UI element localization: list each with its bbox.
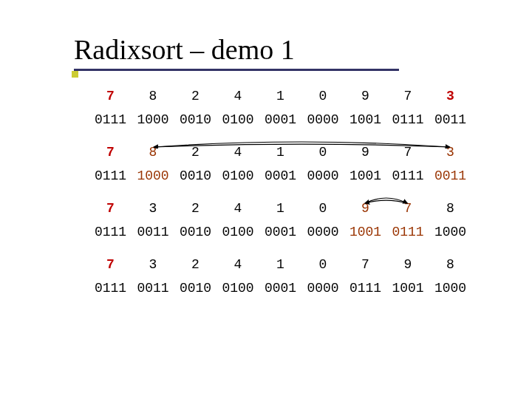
- cell: 0111: [388, 169, 429, 183]
- cell: 3: [430, 146, 471, 159]
- cell: 0001: [260, 282, 301, 295]
- table-row: 011100110010010000010000011110011000: [90, 282, 471, 295]
- cell: 0000: [303, 282, 344, 295]
- cell: 1001: [345, 169, 386, 183]
- cell: 1001: [345, 225, 386, 239]
- cell: 4: [218, 202, 259, 215]
- cell: 0: [303, 89, 344, 103]
- cell: 8: [133, 146, 174, 159]
- cell: 2: [175, 202, 216, 215]
- cell: 0111: [90, 225, 131, 239]
- table-row: 782410973: [90, 89, 471, 103]
- cell: 7: [345, 258, 386, 271]
- cell: 8: [133, 89, 174, 103]
- cell: 0111: [90, 113, 131, 126]
- cell: 2: [175, 89, 216, 103]
- table-row: 011110000010010000010000100101110011: [90, 169, 471, 183]
- cell: 0111: [388, 225, 429, 239]
- cell: 0010: [175, 113, 216, 126]
- cell: 1: [260, 146, 301, 159]
- title-underline: [74, 69, 399, 71]
- cell: 4: [218, 258, 259, 271]
- cell: 7: [388, 89, 429, 103]
- cell: 0100: [218, 169, 259, 183]
- cell: 0: [303, 258, 344, 271]
- cell: 7: [90, 146, 131, 159]
- cell: 0011: [133, 225, 174, 239]
- cell: 1: [260, 202, 301, 215]
- cell: 0100: [218, 225, 259, 239]
- cell: 7: [388, 202, 429, 215]
- cell: 2: [175, 146, 216, 159]
- cell: 1001: [388, 282, 429, 295]
- cell: 9: [388, 258, 429, 271]
- cell: 8: [430, 202, 471, 215]
- cell: 1: [260, 258, 301, 271]
- cell: 0100: [218, 113, 259, 126]
- table-row: 011100110010010000010000100101111000: [90, 225, 471, 239]
- cell: 0111: [90, 169, 131, 183]
- cell: 7: [90, 89, 131, 103]
- cell: 1000: [430, 225, 471, 239]
- cell: 1001: [345, 113, 386, 126]
- cell: 0001: [260, 225, 301, 239]
- cell: 1000: [133, 113, 174, 126]
- cell: 0000: [303, 225, 344, 239]
- table-row: 732410978: [90, 202, 471, 215]
- cell: 1: [260, 89, 301, 103]
- cell: 8: [430, 258, 471, 271]
- table-row: 011110000010010000010000100101110011: [90, 113, 471, 126]
- cell: 0001: [260, 113, 301, 126]
- cell: 2: [175, 258, 216, 271]
- radixsort-grid: 7824109730111100000100100000100001001011…: [90, 89, 471, 295]
- cell: 0100: [218, 282, 259, 295]
- cell: 0010: [175, 282, 216, 295]
- cell: 9: [345, 89, 386, 103]
- cell: 0: [303, 146, 344, 159]
- cell: 7: [90, 202, 131, 215]
- cell: 1000: [133, 169, 174, 183]
- title-accent-dot: [72, 71, 78, 78]
- cell: 0011: [430, 169, 471, 183]
- table-row: 782410973: [90, 146, 471, 159]
- cell: 0001: [260, 169, 301, 183]
- cell: 3: [430, 89, 471, 103]
- slide: Radixsort – demo 1 782410973011110000010…: [0, 0, 532, 399]
- cell: 3: [133, 202, 174, 215]
- cell: 0: [303, 202, 344, 215]
- cell: 7: [90, 258, 131, 271]
- cell: 0111: [388, 113, 429, 126]
- page-title: Radixsort – demo 1: [74, 33, 532, 66]
- table-row: 732410798: [90, 258, 471, 271]
- cell: 9: [345, 146, 386, 159]
- cell: 9: [345, 202, 386, 215]
- cell: 0111: [345, 282, 386, 295]
- cell: 7: [388, 146, 429, 159]
- cell: 4: [218, 146, 259, 159]
- cell: 0000: [303, 113, 344, 126]
- cell: 0000: [303, 169, 344, 183]
- cell: 0011: [133, 282, 174, 295]
- cell: 0111: [90, 282, 131, 295]
- cell: 1000: [430, 282, 471, 295]
- cell: 0010: [175, 225, 216, 239]
- cell: 3: [133, 258, 174, 271]
- cell: 0010: [175, 169, 216, 183]
- cell: 4: [218, 89, 259, 103]
- cell: 0011: [430, 113, 471, 126]
